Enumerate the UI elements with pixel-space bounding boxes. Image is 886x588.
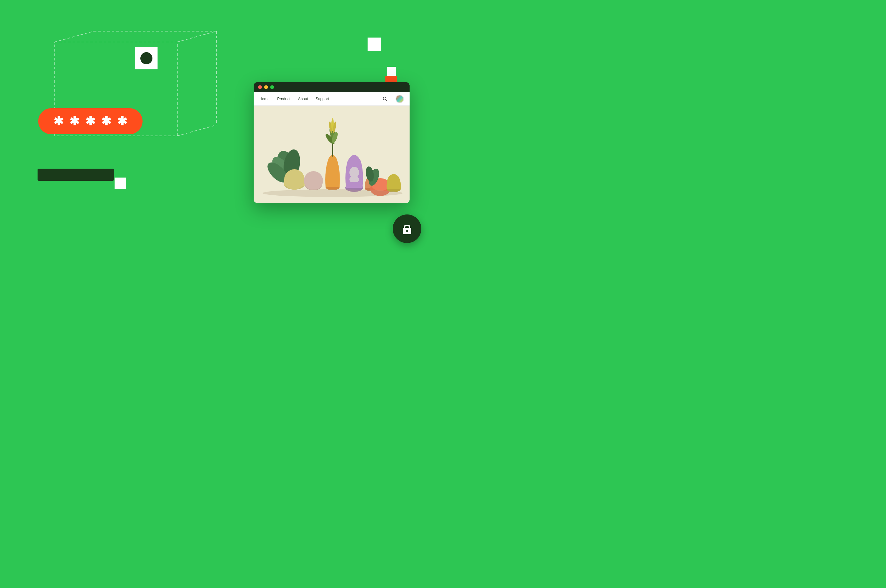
decorative-white-square-top-right-2 — [387, 67, 396, 76]
password-star-5: ✱ — [117, 115, 127, 127]
user-avatar[interactable] — [396, 95, 404, 103]
svg-point-17 — [304, 171, 323, 190]
svg-point-36 — [263, 189, 402, 197]
svg-line-1 — [177, 31, 216, 42]
nav-home[interactable]: Home — [259, 97, 270, 101]
browser-content — [254, 106, 410, 203]
password-star-3: ✱ — [85, 115, 96, 127]
browser-titlebar — [254, 82, 410, 92]
lock-icon — [400, 222, 414, 236]
svg-rect-39 — [407, 231, 407, 232]
search-icon[interactable] — [382, 96, 388, 102]
password-star-4: ✱ — [101, 115, 111, 127]
svg-line-7 — [386, 100, 387, 101]
decorative-white-square-top-right-1 — [368, 38, 381, 51]
svg-line-2 — [177, 125, 216, 136]
decorative-white-square-bar — [114, 177, 126, 189]
nav-about[interactable]: About — [298, 97, 308, 101]
nav-support[interactable]: Support — [316, 97, 329, 101]
decorative-white-square-dot — [135, 47, 158, 69]
svg-point-29 — [353, 177, 359, 182]
browser-navbar: Home Product About Support — [254, 92, 410, 106]
nav-product[interactable]: Product — [277, 97, 290, 101]
password-star-1: ✱ — [54, 115, 64, 127]
password-pill: ✱ ✱ ✱ ✱ ✱ — [38, 108, 143, 134]
password-star-2: ✱ — [69, 115, 80, 127]
browser-window: Home Product About Support — [254, 82, 410, 203]
dark-dot — [140, 52, 152, 64]
traffic-light-green — [270, 85, 274, 89]
svg-rect-15 — [284, 180, 305, 186]
svg-point-27 — [350, 167, 359, 178]
lock-circle — [393, 214, 421, 243]
svg-line-4 — [55, 31, 94, 42]
traffic-light-yellow — [264, 85, 268, 89]
traffic-light-red — [258, 85, 262, 89]
decorative-dark-bar — [38, 169, 114, 181]
